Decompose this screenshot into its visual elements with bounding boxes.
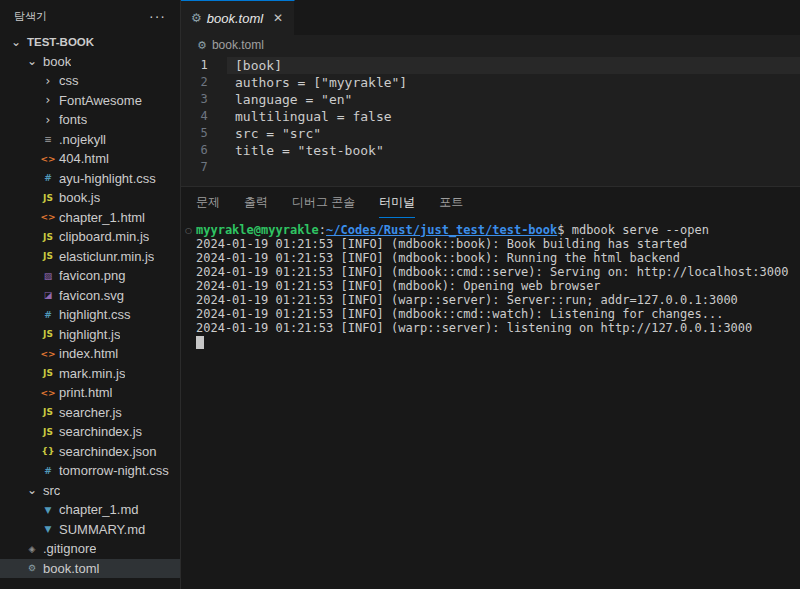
chevron-right-icon: ›	[40, 93, 56, 107]
terminal-cursor	[196, 336, 204, 349]
tree-item-label: ayu-highlight.css	[56, 171, 156, 186]
panel-tab-[interactable]: 포트	[439, 187, 463, 218]
tab-book-toml[interactable]: ⚙ book.toml ✕	[181, 0, 295, 35]
toml-gear-icon: ⚙	[191, 11, 202, 25]
tree-item-label: searcher.js	[56, 405, 122, 420]
chevron-down-icon: ⌄	[8, 35, 24, 49]
line-content: authors = ["myyrakle"]	[227, 74, 800, 91]
breadcrumb-filename: book.toml	[212, 38, 264, 52]
close-tab-icon[interactable]: ✕	[270, 10, 286, 26]
tree-item-tomorrow-night-css[interactable]: #tomorrow-night.css	[0, 461, 180, 481]
tree-item-gitignore[interactable]: ◈.gitignore	[0, 539, 180, 559]
panel-tab-[interactable]: 출력	[244, 187, 268, 218]
tree-item-book-js[interactable]: JSbook.js	[0, 188, 180, 208]
tree-item-label: clipboard.min.js	[56, 229, 149, 244]
tree-item-highlight-js[interactable]: JShighlight.js	[0, 325, 180, 345]
tree-item-label: print.html	[56, 385, 112, 400]
tree-item-label: book.toml	[40, 561, 99, 576]
tree-item-print-html[interactable]: <>print.html	[0, 383, 180, 403]
code-line-4[interactable]: 4multilingual = false	[181, 108, 800, 125]
toml-gear-icon: ⚙	[197, 39, 207, 52]
tree-item-label: SUMMARY.md	[56, 522, 145, 537]
html-icon: <>	[40, 388, 56, 398]
editor-code-area[interactable]: 1[book]2authors = ["myyrakle"]3language …	[181, 55, 800, 186]
tree-item-label: index.html	[56, 346, 118, 361]
tree-item-404-html[interactable]: <>404.html	[0, 149, 180, 169]
tree-item-css[interactable]: ›css	[0, 71, 180, 91]
tree-item-favicon-png[interactable]: ▨favicon.png	[0, 266, 180, 286]
gear-icon: ⚙	[24, 563, 40, 573]
command-decoration-icon: ○	[185, 226, 192, 235]
code-line-2[interactable]: 2authors = ["myyrakle"]	[181, 74, 800, 91]
tree-item-nojekyll[interactable]: ≡.nojekyll	[0, 130, 180, 150]
code-line-1[interactable]: 1[book]	[181, 57, 800, 74]
html-icon: <>	[40, 212, 56, 222]
js-icon: JS	[40, 251, 56, 261]
line-number: 2	[181, 74, 227, 91]
chevron-right-icon: ›	[40, 74, 56, 88]
tree-item-highlight-css[interactable]: #highlight.css	[0, 305, 180, 325]
prompt-segment-user: myyrakle@myyrakle	[196, 223, 319, 237]
breadcrumb[interactable]: ⚙ book.toml	[181, 35, 800, 55]
tree-item-searcher-js[interactable]: JSsearcher.js	[0, 403, 180, 423]
tree-item-elasticlunr-min-js[interactable]: JSelasticlunr.min.js	[0, 247, 180, 267]
line-number: 4	[181, 108, 227, 125]
line-content: title = "test-book"	[227, 142, 800, 159]
terminal-log-line-6: 2024-01-19 01:21:53 [INFO] (mdbook::cmd:…	[196, 307, 800, 321]
tree-item-test-book[interactable]: ⌄TEST-BOOK	[0, 32, 180, 52]
terminal-log-line-5: 2024-01-19 01:21:53 [INFO] (warp::server…	[196, 293, 800, 307]
chevron-right-icon: ›	[40, 113, 56, 127]
tree-item-src[interactable]: ⌄src	[0, 481, 180, 501]
tree-item-chapter-1-md[interactable]: ▼chapter_1.md	[0, 500, 180, 520]
code-line-7[interactable]: 7	[181, 159, 800, 176]
panel-tab-bar: 문제출력디버그 콘솔터미널포트	[181, 187, 800, 218]
tree-item-label: .gitignore	[40, 541, 96, 556]
tree-item-label: searchindex.json	[56, 444, 157, 459]
tree-item-clipboard-min-js[interactable]: JSclipboard.min.js	[0, 227, 180, 247]
tree-item-chapter-1-html[interactable]: <>chapter_1.html	[0, 208, 180, 228]
js-icon: JS	[40, 427, 56, 437]
tree-item-ayu-highlight-css[interactable]: #ayu-highlight.css	[0, 169, 180, 189]
css-icon: #	[40, 466, 56, 476]
tree-item-label: highlight.js	[56, 327, 120, 342]
tree-item-label: mark.min.js	[56, 366, 125, 381]
terminal-log-line-1: 2024-01-19 01:21:53 [INFO] (mdbook::book…	[196, 237, 800, 251]
tab-label: book.toml	[207, 11, 265, 26]
panel-tab-[interactable]: 디버그 콘솔	[292, 187, 355, 218]
code-line-6[interactable]: 6title = "test-book"	[181, 142, 800, 159]
explorer-more-actions-icon[interactable]: ···	[149, 8, 166, 24]
prompt-segment-path[interactable]: ~/Codes/Rust/just_test/test-book	[326, 223, 557, 237]
tree-item-mark-min-js[interactable]: JSmark.min.js	[0, 364, 180, 384]
css-icon: #	[40, 310, 56, 320]
tree-item-summary-md[interactable]: ▼SUMMARY.md	[0, 520, 180, 540]
json-icon: {}	[40, 446, 56, 456]
tree-item-label: searchindex.js	[56, 424, 142, 439]
code-line-3[interactable]: 3language = "en"	[181, 91, 800, 108]
js-icon: JS	[40, 193, 56, 203]
tree-item-label: css	[56, 73, 79, 88]
tree-item-label: TEST-BOOK	[24, 36, 94, 48]
js-icon: JS	[40, 368, 56, 378]
panel-tab-[interactable]: 문제	[196, 187, 220, 218]
tree-item-fontawesome[interactable]: ›FontAwesome	[0, 91, 180, 111]
file-icon: ≡	[40, 134, 56, 144]
tree-item-searchindex-js[interactable]: JSsearchindex.js	[0, 422, 180, 442]
explorer-sidebar: 탐색기 ··· ⌄TEST-BOOK⌄book›css›FontAwesome›…	[0, 0, 181, 589]
code-line-5[interactable]: 5src = "src"	[181, 125, 800, 142]
tree-item-index-html[interactable]: <>index.html	[0, 344, 180, 364]
markdown-icon: ▼	[40, 505, 56, 515]
tree-item-searchindex-json[interactable]: {}searchindex.json	[0, 442, 180, 462]
tree-item-book-toml[interactable]: ⚙book.toml	[0, 559, 180, 579]
terminal-output[interactable]: ○ myyrakle@myyrakle:~/Codes/Rust/just_te…	[181, 218, 800, 589]
terminal-prompt-line: myyrakle@myyrakle:~/Codes/Rust/just_test…	[196, 223, 800, 237]
js-icon: JS	[40, 329, 56, 339]
js-icon: JS	[40, 407, 56, 417]
terminal-log-line-7: 2024-01-19 01:21:53 [INFO] (warp::server…	[196, 321, 800, 335]
tree-item-book[interactable]: ⌄book	[0, 52, 180, 72]
panel-tab-[interactable]: 터미널	[379, 187, 415, 218]
line-number: 3	[181, 91, 227, 108]
line-content: src = "src"	[227, 125, 800, 142]
tree-item-fonts[interactable]: ›fonts	[0, 110, 180, 130]
tree-item-favicon-svg[interactable]: ◪favicon.svg	[0, 286, 180, 306]
tree-item-label: book	[40, 54, 71, 69]
